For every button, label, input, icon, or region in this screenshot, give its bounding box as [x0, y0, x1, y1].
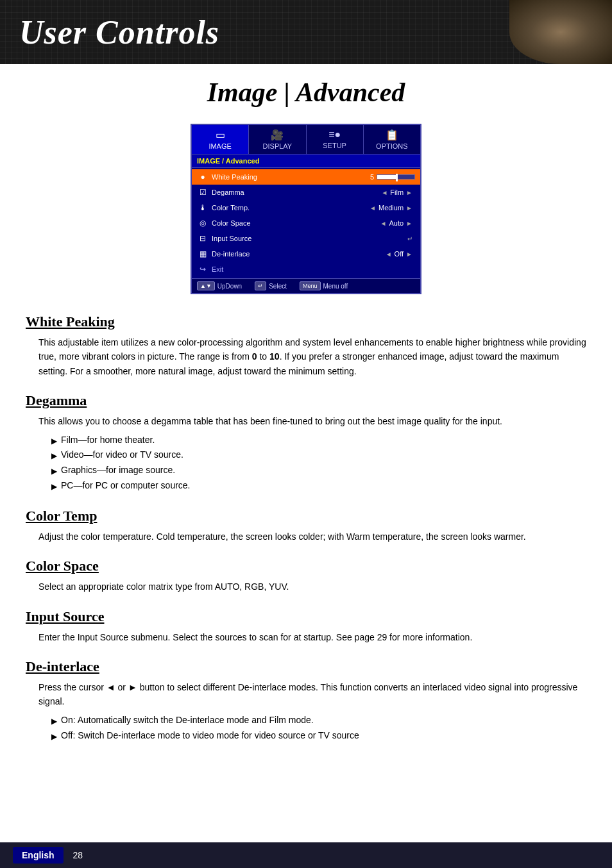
- degamma-bullet-list: ▶Film—for home theater. ▶Video—for video…: [38, 433, 586, 494]
- tab-setup[interactable]: ≡● SETUP: [307, 125, 364, 154]
- degamma-icon: ☑: [197, 187, 208, 198]
- de-interlace-body: Press the cursor ◄ or ► button to select…: [26, 680, 586, 743]
- options-tab-icon: 📋: [366, 129, 418, 141]
- color-space-icon: ◎: [197, 217, 208, 229]
- exit-label: Exit: [212, 265, 223, 273]
- page-title: User Controls: [19, 13, 219, 51]
- color-temp-section: Color Temp Adjust the color temperature.…: [26, 508, 586, 544]
- de-interlace-section: De-interlace Press the cursor ◄ or ► but…: [26, 658, 586, 743]
- lens-decoration: [509, 0, 612, 64]
- list-item: ▶Off: Switch De-interlace mode to video …: [51, 728, 586, 744]
- tab-display-label: DISPLAY: [263, 142, 293, 150]
- degamma-body: This allows you to choose a degamma tabl…: [26, 414, 586, 494]
- input-source-body: Enter the Input Source submenu. Select t…: [26, 630, 586, 644]
- degamma-label: Degamma: [212, 188, 378, 196]
- osd-footer: ▲▼ UpDown ↵ Select Menu Menu off: [192, 278, 420, 293]
- bullet-arrow-icon: ▶: [51, 715, 57, 728]
- color-temp-icon: 🌡: [197, 202, 208, 213]
- color-temp-left-arrow: ◄: [370, 204, 376, 212]
- list-item: ▶Graphics—for image source.: [51, 463, 586, 478]
- color-space-label: Color Space: [212, 219, 378, 227]
- tab-display[interactable]: 🎥 DISPLAY: [249, 125, 306, 154]
- list-item: ▶PC—for PC or computer source.: [51, 478, 586, 494]
- select-label: Select: [269, 283, 287, 290]
- degamma-value: Film: [390, 188, 404, 196]
- updown-key: ▲▼: [197, 281, 215, 290]
- color-temp-label: Color Temp.: [212, 204, 367, 212]
- de-interlace-left-arrow: ◄: [386, 251, 392, 258]
- tab-options[interactable]: 📋 OPTIONS: [364, 125, 420, 154]
- white-peaking-section: White Peaking This adjustable item utili…: [26, 313, 586, 378]
- bullet-text: Graphics—for image source.: [61, 463, 175, 478]
- de-interlace-heading: De-interlace: [26, 658, 586, 675]
- bullet-text: On: Automatically switch the De-interlac…: [61, 713, 314, 728]
- degamma-section: Degamma This allows you to choose a dega…: [26, 392, 586, 494]
- footer-select: ↵ Select: [255, 281, 287, 290]
- white-peaking-heading: White Peaking: [26, 313, 586, 330]
- display-tab-icon: 🎥: [251, 129, 303, 141]
- input-source-label: Input Source: [212, 235, 405, 242]
- setup-tab-icon: ≡●: [309, 129, 361, 140]
- osd-row-color-temp[interactable]: 🌡 Color Temp. ◄ Medium ►: [192, 200, 420, 215]
- color-temp-body: Adjust the color temperature. Cold tempe…: [26, 530, 586, 544]
- exit-icon: ↪: [197, 263, 208, 275]
- osd-row-input-source[interactable]: ⊟ Input Source ↵: [192, 231, 420, 246]
- osd-breadcrumb: IMAGE / Advanced: [192, 154, 420, 168]
- white-peaking-slider[interactable]: [377, 174, 415, 179]
- image-tab-icon: ▭: [194, 129, 246, 141]
- bullet-arrow-icon: ▶: [51, 480, 57, 493]
- osd-row-degamma[interactable]: ☑ Degamma ◄ Film ►: [192, 185, 420, 200]
- osd-row-de-interlace[interactable]: ▦ De-interlace ◄ Off ►: [192, 246, 420, 262]
- bullet-arrow-icon: ▶: [51, 435, 57, 447]
- input-source-enter: ↵: [407, 235, 412, 242]
- de-interlace-bullet-list: ▶On: Automatically switch the De-interla…: [38, 713, 586, 744]
- color-space-left-arrow: ◄: [380, 220, 387, 227]
- page-footer: English 28: [0, 842, 612, 868]
- osd-row-white-peaking[interactable]: ● White Peaking 5: [192, 169, 420, 185]
- white-peaking-body: This adjustable item utilizes a new colo…: [26, 335, 586, 378]
- bullet-text: Film—for home theater.: [61, 433, 155, 448]
- white-peaking-icon: ●: [197, 171, 208, 183]
- color-space-heading: Color Space: [26, 558, 586, 574]
- de-interlace-label: De-interlace: [212, 250, 383, 258]
- main-content: Image | Advanced ▭ IMAGE 🎥 DISPLAY ≡● SE…: [0, 64, 612, 769]
- color-space-right-arrow: ►: [406, 220, 412, 227]
- de-interlace-value: Off: [395, 250, 404, 258]
- bullet-text: Off: Switch De-interlace mode to video m…: [61, 728, 359, 744]
- osd-row-exit[interactable]: ↪ Exit: [192, 262, 420, 277]
- list-item: ▶On: Automatically switch the De-interla…: [51, 713, 586, 728]
- color-space-body: Select an appropriate color matrix type …: [26, 580, 586, 594]
- bullet-text: Video—for video or TV source.: [61, 447, 183, 463]
- osd-body: ● White Peaking 5 ☑ Degamma ◄ Film ►: [192, 168, 420, 278]
- osd-row-color-space[interactable]: ◎ Color Space ◄ Auto ►: [192, 215, 420, 231]
- slider-fill: [377, 175, 396, 179]
- degamma-right-arrow: ►: [406, 189, 412, 196]
- page-header: User Controls: [0, 0, 612, 64]
- color-temp-right-arrow: ►: [406, 204, 412, 212]
- slider-thumb: [396, 174, 398, 181]
- page-number: 28: [73, 850, 83, 860]
- menu-label: Menu off: [323, 283, 348, 290]
- tab-image-label: IMAGE: [208, 142, 231, 150]
- bullet-arrow-icon: ▶: [51, 730, 57, 743]
- osd-tabs: ▭ IMAGE 🎥 DISPLAY ≡● SETUP 📋 OPTIONS: [192, 125, 420, 154]
- osd-menu: ▭ IMAGE 🎥 DISPLAY ≡● SETUP 📋 OPTIONS IMA…: [191, 124, 421, 294]
- white-peaking-control: 5: [370, 173, 415, 181]
- menu-key: Menu: [300, 281, 321, 290]
- list-item: ▶Film—for home theater.: [51, 433, 586, 448]
- de-interlace-right-arrow: ►: [406, 251, 412, 258]
- language-badge: English: [13, 847, 64, 864]
- color-space-section: Color Space Select an appropriate color …: [26, 558, 586, 594]
- input-source-icon: ⊟: [197, 233, 208, 244]
- bullet-arrow-icon: ▶: [51, 465, 57, 478]
- footer-updown: ▲▼ UpDown: [197, 281, 242, 290]
- degamma-heading: Degamma: [26, 392, 586, 409]
- tab-setup-label: SETUP: [323, 142, 346, 149]
- de-interlace-icon: ▦: [197, 248, 208, 260]
- tab-image[interactable]: ▭ IMAGE: [192, 125, 249, 154]
- footer-menu: Menu Menu off: [300, 281, 348, 290]
- input-source-heading: Input Source: [26, 608, 586, 625]
- color-temp-heading: Color Temp: [26, 508, 586, 524]
- color-temp-value: Medium: [378, 204, 404, 212]
- section-title: Image | Advanced: [26, 77, 586, 108]
